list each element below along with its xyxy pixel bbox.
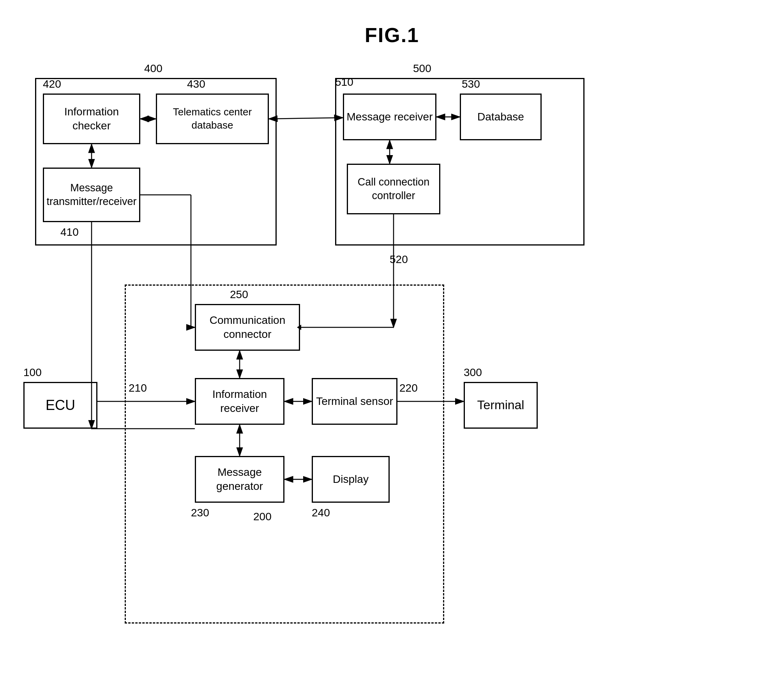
label-100: 100 <box>23 366 42 379</box>
label-230: 230 <box>191 507 209 519</box>
page-title: FIG.1 <box>0 0 784 47</box>
label-210: 210 <box>129 382 147 394</box>
info-checker-box: Information checker <box>43 94 140 144</box>
message-generator-box: Message generator <box>195 456 284 503</box>
label-410: 410 <box>60 226 79 238</box>
label-420: 420 <box>43 78 61 90</box>
label-240: 240 <box>312 507 330 519</box>
telematics-db-box: Telematics center database <box>156 94 269 144</box>
label-250: 250 <box>230 288 248 301</box>
label-500: 500 <box>413 62 431 75</box>
label-430: 430 <box>187 78 205 90</box>
terminal-box: Terminal <box>464 382 538 429</box>
message-tx-rx-box: Message transmitter/receiver <box>43 168 140 222</box>
label-300: 300 <box>464 366 482 379</box>
label-400: 400 <box>144 62 162 75</box>
label-200: 200 <box>253 511 272 523</box>
message-receiver-box: Message receiver <box>343 94 436 140</box>
ecu-box: ECU <box>23 382 97 429</box>
label-220: 220 <box>399 382 418 394</box>
info-receiver-box: Information receiver <box>195 378 284 425</box>
comm-connector-box: Communication connector <box>195 304 300 351</box>
label-520: 520 <box>390 253 408 266</box>
label-530: 530 <box>462 78 480 90</box>
call-connection-box: Call connection controller <box>347 164 440 214</box>
label-510: 510 <box>335 76 353 88</box>
svg-line-4 <box>269 118 343 119</box>
database-box: Database <box>460 94 542 140</box>
display-box: Display <box>312 456 390 503</box>
terminal-sensor-box: Terminal sensor <box>312 378 397 425</box>
